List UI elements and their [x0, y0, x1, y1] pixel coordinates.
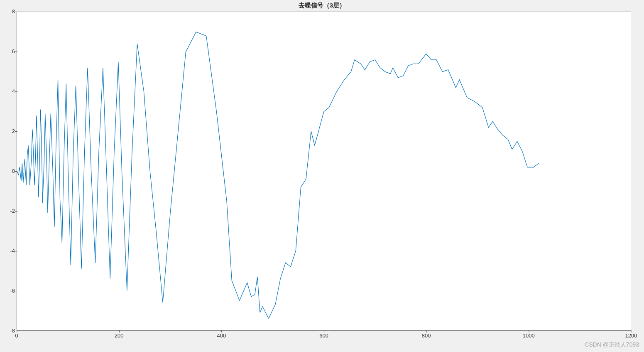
x-tick-label: 1200	[625, 332, 637, 339]
y-tick-label: 2	[2, 128, 15, 134]
y-tick-label: 8	[2, 8, 15, 15]
chart-title: 去噪信号（3层）	[0, 2, 644, 10]
series-line	[17, 32, 539, 318]
y-tick-label: -8	[2, 327, 15, 334]
y-tick-label: -6	[2, 288, 15, 294]
figure: 去噪信号（3层） -8-6-4-202468 02004006008001000…	[0, 0, 644, 352]
axes	[17, 12, 631, 331]
line-plot	[17, 12, 631, 330]
y-tick-label: -2	[2, 208, 15, 214]
y-tick-label: -4	[2, 248, 15, 254]
x-tick-label: 800	[422, 332, 431, 339]
x-tick-label: 0	[15, 332, 18, 339]
watermark: CSDN @正经人7093	[585, 341, 639, 349]
x-tick-label: 200	[115, 332, 124, 339]
y-tick-label: 6	[2, 48, 15, 54]
y-tick-label: 0	[2, 168, 15, 174]
x-tick-label: 400	[217, 332, 226, 339]
y-tick-label: 4	[2, 88, 15, 94]
x-tick-label: 600	[319, 332, 328, 339]
x-tick-label: 1000	[523, 332, 535, 339]
